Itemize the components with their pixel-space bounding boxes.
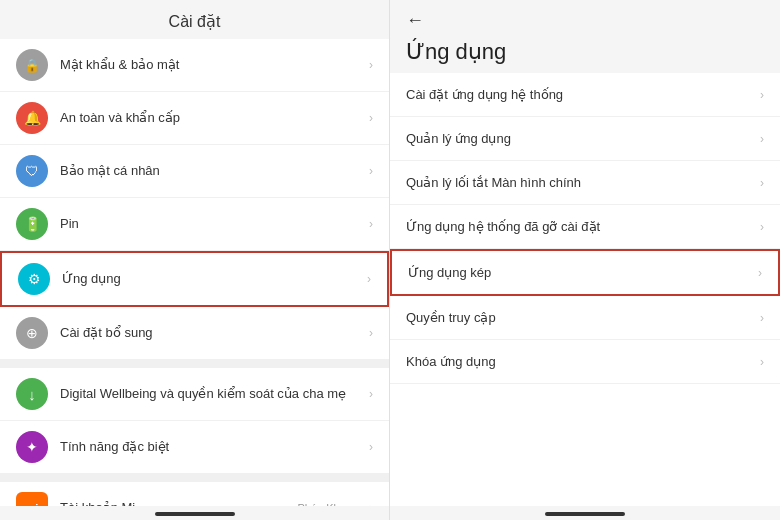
item-chevron-tinhnang: › — [369, 440, 373, 454]
right-item-caidatungdung[interactable]: Cài đặt ứng dụng hệ thống › — [390, 73, 780, 117]
item-chevron-ungdung: › — [367, 272, 371, 286]
item-text-tinhnang: Tính năng đặc biệt — [60, 439, 365, 456]
right-chevron-ungdungkep: › — [758, 266, 762, 280]
right-item-ungdungkep[interactable]: Ứng dụng kép › — [390, 249, 780, 296]
item-text-taikhoanmi: Tài khoản Mi — [60, 500, 297, 506]
right-chevron-quanlyloitat: › — [760, 176, 764, 190]
right-list: Cài đặt ứng dụng hệ thống › Quản lý ứng … — [390, 73, 780, 506]
sidebar-item-pin[interactable]: 🔋 Pin › — [0, 198, 389, 251]
item-chevron-matkhau: › — [369, 58, 373, 72]
right-bottom-indicator — [390, 506, 780, 520]
sidebar-item-caidatbosung[interactable]: ⊕ Cài đặt bổ sung › — [0, 307, 389, 360]
right-item-label-quanlyloitat: Quản lý lối tắt Màn hình chính — [406, 175, 760, 190]
item-sub-label: Pháp Kloop › — [297, 502, 361, 506]
right-item-ungdunghecaiat[interactable]: Ứng dụng hệ thống đã gỡ cài đặt › — [390, 205, 780, 249]
right-item-label-caidatungdung: Cài đặt ứng dụng hệ thống — [406, 87, 760, 102]
right-item-quyentruycap[interactable]: Quyền truy cập › — [390, 296, 780, 340]
sidebar-item-matkhau[interactable]: 🔒 Mật khẩu & bảo mật › — [0, 39, 389, 92]
left-list: 🔒 Mật khẩu & bảo mật › 🔔 An toàn và khẩn… — [0, 39, 389, 506]
item-label: Tính năng đặc biệt — [60, 439, 169, 454]
item-label: Digital Wellbeing và quyền kiểm soát của… — [60, 386, 346, 401]
antoan-icon: 🔔 — [16, 102, 48, 134]
item-text-matkhau: Mật khẩu & bảo mật — [60, 57, 365, 74]
ungdung-icon: ⚙ — [18, 263, 50, 295]
right-title: Ứng dụng — [390, 35, 780, 73]
sidebar-item-tinhnang[interactable]: ✦ Tính năng đặc biệt › — [0, 421, 389, 474]
matkhau-icon: 🔒 — [16, 49, 48, 81]
left-header: Cài đặt — [0, 0, 389, 39]
item-chevron-pin: › — [369, 217, 373, 231]
left-bottom-indicator — [0, 506, 389, 520]
right-panel: ← Ứng dụng Cài đặt ứng dụng hệ thống › Q… — [390, 0, 780, 520]
left-panel: Cài đặt 🔒 Mật khẩu & bảo mật › 🔔 An toàn… — [0, 0, 390, 520]
item-label: Tài khoản Mi — [60, 500, 135, 506]
caidatbosung-icon: ⊕ — [16, 317, 48, 349]
item-label: Ứng dụng — [62, 271, 121, 286]
item-label: An toàn và khẩn cấp — [60, 110, 180, 125]
right-item-label-khoaungdung: Khóa ứng dụng — [406, 354, 760, 369]
item-chevron-baomat: › — [369, 164, 373, 178]
sidebar-item-wellbeing[interactable]: ↓ Digital Wellbeing và quyền kiểm soát c… — [0, 368, 389, 421]
item-label: Mật khẩu & bảo mật — [60, 57, 179, 72]
right-item-label-ungdungkep: Ứng dụng kép — [408, 265, 758, 280]
pin-icon: 🔋 — [16, 208, 48, 240]
sidebar-item-taikhoanmi[interactable]: mi Tài khoản Mi Pháp Kloop › › — [0, 482, 389, 506]
item-text-antoan: An toàn và khẩn cấp — [60, 110, 365, 127]
wellbeing-icon: ↓ — [16, 378, 48, 410]
item-text-wellbeing: Digital Wellbeing và quyền kiểm soát của… — [60, 386, 365, 403]
right-item-khoaungdung[interactable]: Khóa ứng dụng › — [390, 340, 780, 384]
item-text-pin: Pin — [60, 216, 365, 233]
right-item-label-quanlyungdung: Quản lý ứng dụng — [406, 131, 760, 146]
back-arrow[interactable]: ← — [406, 10, 424, 31]
sidebar-item-ungdung[interactable]: ⚙ Ứng dụng › — [0, 251, 389, 307]
item-text-caidatbosung: Cài đặt bổ sung — [60, 325, 365, 342]
tinhnang-icon: ✦ — [16, 431, 48, 463]
item-label: Cài đặt bổ sung — [60, 325, 153, 340]
item-text-baomat: Bảo mật cá nhân — [60, 163, 365, 180]
right-item-label-quyentruycap: Quyền truy cập — [406, 310, 760, 325]
right-header: ← — [390, 0, 780, 35]
right-chevron-caidatungdung: › — [760, 88, 764, 102]
sidebar-item-baomat[interactable]: 🛡 Bảo mật cá nhân › — [0, 145, 389, 198]
item-chevron-wellbeing: › — [369, 387, 373, 401]
right-item-label-ungdunghecaiat: Ứng dụng hệ thống đã gỡ cài đặt — [406, 219, 760, 234]
item-text-ungdung: Ứng dụng — [62, 271, 363, 288]
right-chevron-quyentruycap: › — [760, 311, 764, 325]
right-item-quanlyungdung[interactable]: Quản lý ứng dụng › — [390, 117, 780, 161]
right-chevron-ungdunghecaiat: › — [760, 220, 764, 234]
item-chevron-taikhoanmi: › — [369, 501, 373, 506]
item-label: Pin — [60, 216, 79, 231]
sidebar-item-antoan[interactable]: 🔔 An toàn và khẩn cấp › — [0, 92, 389, 145]
right-item-quanlyloitat[interactable]: Quản lý lối tắt Màn hình chính › — [390, 161, 780, 205]
item-chevron-antoan: › — [369, 111, 373, 125]
item-label: Bảo mật cá nhân — [60, 163, 160, 178]
right-scroll-bar — [545, 512, 625, 516]
right-chevron-quanlyungdung: › — [760, 132, 764, 146]
right-chevron-khoaungdung: › — [760, 355, 764, 369]
left-scroll-bar — [155, 512, 235, 516]
baomat-icon: 🛡 — [16, 155, 48, 187]
item-chevron-caidatbosung: › — [369, 326, 373, 340]
taikhoanmi-icon: mi — [16, 492, 48, 506]
